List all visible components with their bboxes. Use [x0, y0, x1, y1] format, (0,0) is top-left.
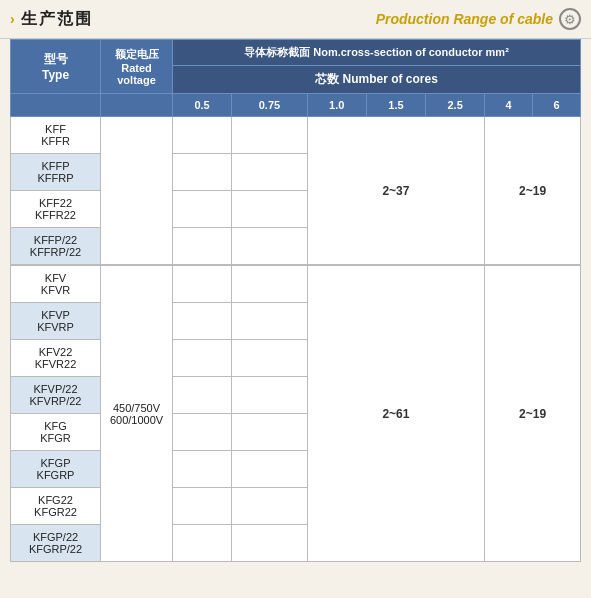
data-cell	[232, 488, 307, 525]
data-cell	[173, 414, 232, 451]
type-cell: KFVKFVR	[11, 265, 101, 303]
type-cell: KFGKFGR	[11, 414, 101, 451]
data-cell-group2-range: 2~61	[307, 265, 485, 562]
data-cell	[232, 414, 307, 451]
type-cell: KFFP/22KFFRP/22	[11, 228, 101, 266]
page-title-cn: 生产范围	[21, 9, 93, 30]
type-cell: KFG22KFGR22	[11, 488, 101, 525]
data-cell	[173, 154, 232, 191]
col-header-voltage: 额定电压 Rated voltage	[101, 40, 173, 94]
data-cell-group2-range2: 2~19	[485, 265, 581, 562]
data-cell	[173, 265, 232, 303]
gear-icon: ⚙	[559, 8, 581, 30]
col-header-15: 1.5	[366, 94, 425, 117]
data-cell	[232, 340, 307, 377]
data-cell	[173, 117, 232, 154]
table-row: KFFKFFR 2~37 2~19	[11, 117, 581, 154]
page-title-en: Production Range of cable	[376, 11, 553, 27]
col-header-cores: 芯数 Number of cores	[173, 66, 581, 94]
type-cell: KFF22KFFR22	[11, 191, 101, 228]
type-cell: KFVP/22KFVRP/22	[11, 377, 101, 414]
type-cell: KFVPKFVRP	[11, 303, 101, 340]
data-cell	[173, 340, 232, 377]
chevron-icon: ›	[10, 11, 15, 27]
data-cell	[173, 377, 232, 414]
data-cell	[173, 228, 232, 266]
data-cell	[232, 525, 307, 562]
type-cell: KFFKFFR	[11, 117, 101, 154]
col-header-05: 0.5	[173, 94, 232, 117]
col-header-075: 0.75	[232, 94, 307, 117]
data-cell	[232, 451, 307, 488]
data-cell-group1-range2: 2~19	[485, 117, 581, 266]
col-header-25: 2.5	[426, 94, 485, 117]
type-cell: KFFPKFFRP	[11, 154, 101, 191]
col-header-type: 型号 Type	[11, 40, 101, 94]
header-left: › 生产范围	[10, 9, 93, 30]
data-cell	[232, 191, 307, 228]
col-header-6: 6	[533, 94, 581, 117]
data-cell	[232, 303, 307, 340]
type-cell: KFV22KFVR22	[11, 340, 101, 377]
col-header-type-empty	[11, 94, 101, 117]
data-cell	[173, 488, 232, 525]
table-container: 型号 Type 额定电压 Rated voltage 导体标称截面 Nom.cr…	[0, 39, 591, 572]
data-cell	[232, 154, 307, 191]
col-header-10: 1.0	[307, 94, 366, 117]
voltage-cell-group2: 450/750V600/1000V	[101, 265, 173, 562]
data-cell	[232, 117, 307, 154]
data-cell	[173, 451, 232, 488]
type-cell: KFGP/22KFGRP/22	[11, 525, 101, 562]
page-header: › 生产范围 Production Range of cable ⚙	[0, 0, 591, 39]
header-right: Production Range of cable ⚙	[376, 8, 581, 30]
table-row: KFVKFVR 450/750V600/1000V 2~61 2~19	[11, 265, 581, 303]
voltage-cell-group1	[101, 117, 173, 266]
col-header-4: 4	[485, 94, 533, 117]
data-cell	[232, 228, 307, 266]
data-cell-group1-range: 2~37	[307, 117, 485, 266]
data-cell	[173, 191, 232, 228]
production-range-table: 型号 Type 额定电压 Rated voltage 导体标称截面 Nom.cr…	[10, 39, 581, 562]
data-cell	[232, 265, 307, 303]
data-cell	[173, 303, 232, 340]
data-cell	[232, 377, 307, 414]
type-cell: KFGPKFGRP	[11, 451, 101, 488]
col-header-voltage-empty	[101, 94, 173, 117]
col-header-conductor: 导体标称截面 Nom.cross-section of conductor mm…	[173, 40, 581, 66]
data-cell	[173, 525, 232, 562]
